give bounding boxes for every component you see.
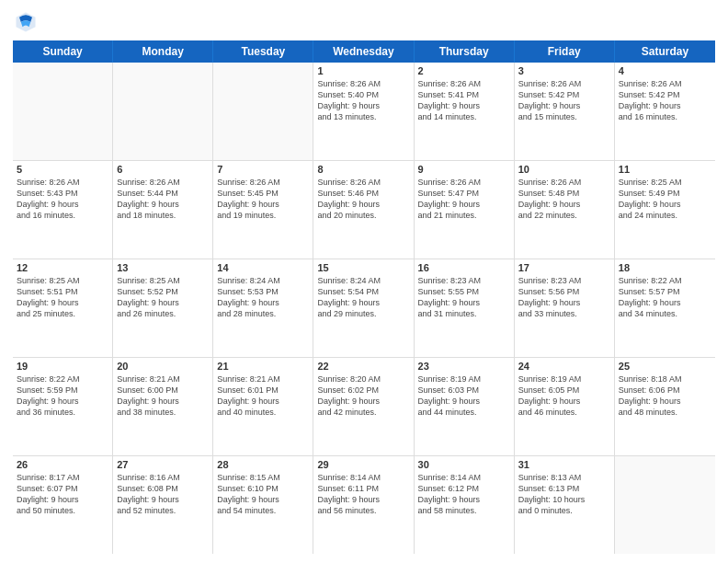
day-cell-2: 2Sunrise: 8:26 AM Sunset: 5:41 PM Daylig… xyxy=(415,63,515,160)
day-info: Sunrise: 8:26 AM Sunset: 5:47 PM Dayligh… xyxy=(418,177,510,222)
day-info: Sunrise: 8:26 AM Sunset: 5:44 PM Dayligh… xyxy=(117,177,209,222)
day-number: 23 xyxy=(418,361,510,372)
calendar-body: 1Sunrise: 8:26 AM Sunset: 5:40 PM Daylig… xyxy=(13,63,715,554)
day-cell-12: 12Sunrise: 8:25 AM Sunset: 5:51 PM Dayli… xyxy=(13,259,113,357)
day-number: 4 xyxy=(619,65,711,76)
day-cell-29: 29Sunrise: 8:14 AM Sunset: 6:11 PM Dayli… xyxy=(313,456,414,554)
day-cell-27: 27Sunrise: 8:16 AM Sunset: 6:08 PM Dayli… xyxy=(113,456,213,554)
day-info: Sunrise: 8:26 AM Sunset: 5:43 PM Dayligh… xyxy=(17,177,108,222)
day-cell-24: 24Sunrise: 8:19 AM Sunset: 6:05 PM Dayli… xyxy=(515,358,615,455)
day-cell-16: 16Sunrise: 8:23 AM Sunset: 5:55 PM Dayli… xyxy=(415,259,515,357)
calendar-week-2: 5Sunrise: 8:26 AM Sunset: 5:43 PM Daylig… xyxy=(13,161,715,259)
day-cell-1: 1Sunrise: 8:26 AM Sunset: 5:40 PM Daylig… xyxy=(313,63,414,160)
day-info: Sunrise: 8:21 AM Sunset: 6:01 PM Dayligh… xyxy=(217,373,309,419)
day-number: 28 xyxy=(217,459,309,470)
logo xyxy=(13,9,42,35)
day-info: Sunrise: 8:22 AM Sunset: 5:57 PM Dayligh… xyxy=(619,275,711,320)
day-info: Sunrise: 8:23 AM Sunset: 5:55 PM Dayligh… xyxy=(418,275,510,320)
day-info: Sunrise: 8:19 AM Sunset: 6:05 PM Dayligh… xyxy=(518,373,610,419)
calendar: SundayMondayTuesdayWednesdayThursdayFrid… xyxy=(13,40,715,554)
day-info: Sunrise: 8:24 AM Sunset: 5:54 PM Dayligh… xyxy=(317,275,409,320)
day-cell-10: 10Sunrise: 8:26 AM Sunset: 5:48 PM Dayli… xyxy=(515,161,615,259)
day-number: 25 xyxy=(619,361,711,372)
day-number: 22 xyxy=(317,361,409,372)
day-cell-22: 22Sunrise: 8:20 AM Sunset: 6:02 PM Dayli… xyxy=(313,358,414,455)
day-cell-15: 15Sunrise: 8:24 AM Sunset: 5:54 PM Dayli… xyxy=(313,259,414,357)
day-cell-31: 31Sunrise: 8:13 AM Sunset: 6:13 PM Dayli… xyxy=(515,456,615,554)
day-info: Sunrise: 8:24 AM Sunset: 5:53 PM Dayligh… xyxy=(217,275,309,320)
day-number: 15 xyxy=(317,262,409,273)
day-number: 5 xyxy=(17,164,108,175)
day-info: Sunrise: 8:26 AM Sunset: 5:40 PM Dayligh… xyxy=(317,78,409,123)
day-info: Sunrise: 8:17 AM Sunset: 6:07 PM Dayligh… xyxy=(17,472,108,517)
day-info: Sunrise: 8:26 AM Sunset: 5:42 PM Dayligh… xyxy=(619,78,711,123)
day-number: 3 xyxy=(518,65,610,76)
header-day-sunday: Sunday xyxy=(13,40,113,63)
day-number: 7 xyxy=(217,164,309,175)
day-cell-3: 3Sunrise: 8:26 AM Sunset: 5:42 PM Daylig… xyxy=(515,63,615,160)
day-cell-18: 18Sunrise: 8:22 AM Sunset: 5:57 PM Dayli… xyxy=(615,259,715,357)
calendar-header: SundayMondayTuesdayWednesdayThursdayFrid… xyxy=(13,40,715,63)
day-number: 19 xyxy=(17,361,108,372)
day-number: 30 xyxy=(418,459,510,470)
day-info: Sunrise: 8:23 AM Sunset: 5:56 PM Dayligh… xyxy=(518,275,610,320)
day-number: 11 xyxy=(619,164,711,175)
day-number: 9 xyxy=(418,164,510,175)
day-number: 27 xyxy=(117,459,209,470)
day-cell-11: 11Sunrise: 8:25 AM Sunset: 5:49 PM Dayli… xyxy=(615,161,715,259)
empty-cell xyxy=(615,456,715,554)
day-cell-25: 25Sunrise: 8:18 AM Sunset: 6:06 PM Dayli… xyxy=(615,358,715,455)
day-number: 24 xyxy=(518,361,610,372)
day-info: Sunrise: 8:26 AM Sunset: 5:46 PM Dayligh… xyxy=(317,177,409,222)
header-day-friday: Friday xyxy=(515,40,615,63)
day-cell-4: 4Sunrise: 8:26 AM Sunset: 5:42 PM Daylig… xyxy=(615,63,715,160)
day-info: Sunrise: 8:22 AM Sunset: 5:59 PM Dayligh… xyxy=(17,373,108,419)
day-number: 1 xyxy=(317,65,409,76)
header-day-wednesday: Wednesday xyxy=(313,40,414,63)
day-cell-23: 23Sunrise: 8:19 AM Sunset: 6:03 PM Dayli… xyxy=(415,358,515,455)
day-info: Sunrise: 8:25 AM Sunset: 5:49 PM Dayligh… xyxy=(619,177,711,222)
day-info: Sunrise: 8:21 AM Sunset: 6:00 PM Dayligh… xyxy=(117,373,209,419)
day-info: Sunrise: 8:14 AM Sunset: 6:11 PM Dayligh… xyxy=(317,472,409,517)
header-day-saturday: Saturday xyxy=(615,40,715,63)
day-cell-17: 17Sunrise: 8:23 AM Sunset: 5:56 PM Dayli… xyxy=(515,259,615,357)
empty-cell xyxy=(13,63,113,160)
day-info: Sunrise: 8:26 AM Sunset: 5:42 PM Dayligh… xyxy=(518,78,610,123)
day-number: 29 xyxy=(317,459,409,470)
day-info: Sunrise: 8:18 AM Sunset: 6:06 PM Dayligh… xyxy=(619,373,711,419)
day-number: 2 xyxy=(418,65,510,76)
day-number: 10 xyxy=(518,164,610,175)
day-number: 31 xyxy=(518,459,610,470)
day-cell-28: 28Sunrise: 8:15 AM Sunset: 6:10 PM Dayli… xyxy=(213,456,313,554)
day-cell-8: 8Sunrise: 8:26 AM Sunset: 5:46 PM Daylig… xyxy=(313,161,414,259)
day-cell-20: 20Sunrise: 8:21 AM Sunset: 6:00 PM Dayli… xyxy=(113,358,213,455)
calendar-week-3: 12Sunrise: 8:25 AM Sunset: 5:51 PM Dayli… xyxy=(13,259,715,358)
empty-cell xyxy=(213,63,313,160)
header-day-monday: Monday xyxy=(113,40,213,63)
empty-cell xyxy=(113,63,213,160)
day-number: 14 xyxy=(217,262,309,273)
day-cell-30: 30Sunrise: 8:14 AM Sunset: 6:12 PM Dayli… xyxy=(415,456,515,554)
day-number: 6 xyxy=(117,164,209,175)
day-number: 17 xyxy=(518,262,610,273)
day-number: 20 xyxy=(117,361,209,372)
day-cell-7: 7Sunrise: 8:26 AM Sunset: 5:45 PM Daylig… xyxy=(213,161,313,259)
calendar-week-4: 19Sunrise: 8:22 AM Sunset: 5:59 PM Dayli… xyxy=(13,358,715,456)
day-number: 16 xyxy=(418,262,510,273)
calendar-week-5: 26Sunrise: 8:17 AM Sunset: 6:07 PM Dayli… xyxy=(13,456,715,554)
day-cell-14: 14Sunrise: 8:24 AM Sunset: 5:53 PM Dayli… xyxy=(213,259,313,357)
page: SundayMondayTuesdayWednesdayThursdayFrid… xyxy=(0,0,728,563)
day-number: 13 xyxy=(117,262,209,273)
day-info: Sunrise: 8:15 AM Sunset: 6:10 PM Dayligh… xyxy=(217,472,309,517)
day-number: 26 xyxy=(17,459,108,470)
day-info: Sunrise: 8:25 AM Sunset: 5:51 PM Dayligh… xyxy=(17,275,108,320)
day-number: 21 xyxy=(217,361,309,372)
day-number: 12 xyxy=(17,262,108,273)
day-info: Sunrise: 8:20 AM Sunset: 6:02 PM Dayligh… xyxy=(317,373,409,419)
day-cell-5: 5Sunrise: 8:26 AM Sunset: 5:43 PM Daylig… xyxy=(13,161,113,259)
header xyxy=(13,9,715,35)
header-day-thursday: Thursday xyxy=(415,40,515,63)
day-number: 8 xyxy=(317,164,409,175)
day-info: Sunrise: 8:26 AM Sunset: 5:41 PM Dayligh… xyxy=(418,78,510,123)
day-cell-19: 19Sunrise: 8:22 AM Sunset: 5:59 PM Dayli… xyxy=(13,358,113,455)
